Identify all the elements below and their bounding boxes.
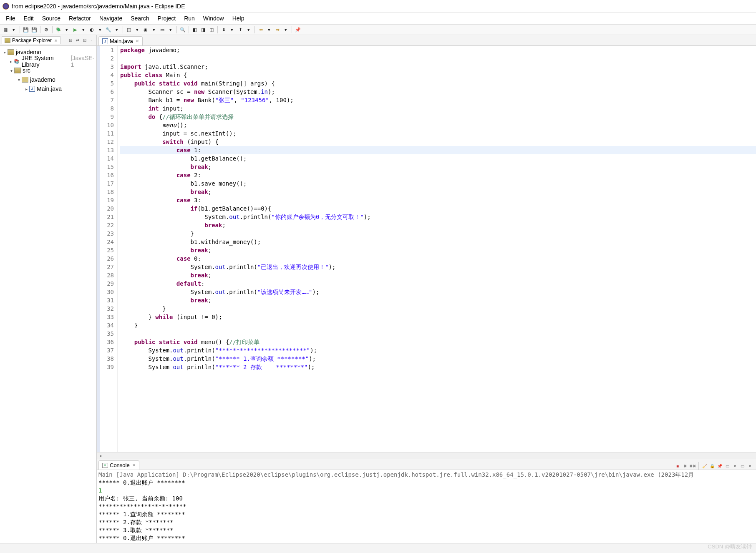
code-line[interactable]: b1.getBalance();	[120, 154, 756, 163]
code-line[interactable]	[120, 329, 756, 338]
coverage-icon[interactable]: ◐	[88, 26, 96, 33]
code-line[interactable]: public class Main {	[120, 71, 756, 79]
package-explorer-tab[interactable]: Package Explorer ✕	[2, 36, 60, 44]
code-line[interactable]: break;	[120, 296, 756, 304]
dropdown-icon[interactable]: ▾	[96, 26, 104, 33]
code-line[interactable]: Scanner sc = new Scanner(System.in);	[120, 88, 756, 96]
open-console-icon[interactable]: ▭	[739, 463, 745, 469]
code-line[interactable]: }	[120, 229, 756, 238]
code-line[interactable]: switch (input) {	[120, 138, 756, 146]
menu-search[interactable]: Search	[126, 13, 153, 23]
search-icon[interactable]: 🔍	[179, 26, 186, 33]
code-line[interactable]: case 3:	[120, 196, 756, 204]
code-line[interactable]: public static void main(String[] args) {	[120, 79, 756, 88]
focus-icon[interactable]: ⊡	[82, 38, 88, 43]
code-line[interactable]: default:	[120, 279, 756, 288]
code-line[interactable]: Bank b1 = new Bank("张三", "123456", 100);	[120, 96, 756, 104]
project-tree[interactable]: ▾ javademo ▸ 📚 JRE System Library [JavaS…	[0, 46, 96, 543]
console-tab[interactable]: ≡ Console ✕	[98, 460, 139, 470]
code-line[interactable]	[120, 54, 756, 63]
code-line[interactable]: int input;	[120, 104, 756, 113]
code-line[interactable]: menu();	[120, 121, 756, 129]
back-icon[interactable]: ⬅	[257, 26, 265, 33]
code-line[interactable]: package javademo;	[120, 46, 756, 54]
dropdown-icon[interactable]: ▾	[80, 26, 87, 33]
terminate-icon[interactable]: ■	[675, 463, 680, 469]
collapse-icon[interactable]: ⊟	[68, 38, 73, 43]
close-icon[interactable]: ✕	[136, 39, 139, 43]
expand-icon[interactable]: ▾	[2, 50, 8, 55]
code-line[interactable]: break;	[120, 163, 756, 171]
expand-icon[interactable]: ▾	[16, 78, 22, 82]
menu-navigate[interactable]: Navigate	[95, 13, 126, 23]
new-package-icon[interactable]: ◫	[125, 26, 133, 33]
pin-icon[interactable]: 📌	[294, 26, 302, 33]
code-line[interactable]: System.out.println("********************…	[120, 346, 756, 354]
code-line[interactable]: input = sc.nextInt();	[120, 129, 756, 138]
new-class-icon[interactable]: ◉	[142, 26, 149, 33]
dropdown-icon[interactable]: ▾	[228, 26, 236, 33]
next-annotation-icon[interactable]: ⬇	[220, 26, 227, 33]
dropdown-icon[interactable]: ▾	[10, 26, 18, 33]
close-icon[interactable]: ✕	[54, 38, 58, 43]
ext-tools-icon[interactable]: 🔧	[105, 26, 112, 33]
menu-source[interactable]: Source	[38, 13, 65, 23]
code-line[interactable]: if(b1.getBalance()==0){	[120, 204, 756, 213]
code-line[interactable]: } while (input != 0);	[120, 313, 756, 321]
code-line[interactable]: case 1:	[120, 146, 756, 154]
console-output[interactable]: Main [Java Application] D:\Program\Eclip…	[97, 470, 756, 543]
code-line[interactable]: }	[120, 321, 756, 329]
prev-annotation-icon[interactable]: ⬆	[237, 26, 244, 33]
close-icon[interactable]: ✕	[132, 463, 136, 468]
tree-file[interactable]: ▸ J Main.java	[1, 84, 96, 93]
dropdown-icon[interactable]: ▾	[265, 26, 273, 33]
code-line[interactable]: import java.util.Scanner;	[120, 63, 756, 71]
display-console-icon[interactable]: ▭	[724, 463, 730, 469]
tree-library[interactable]: ▸ 📚 JRE System Library [JavaSE-1	[1, 57, 96, 66]
new-folder-icon[interactable]: ▭	[159, 26, 166, 33]
code-line[interactable]: break;	[120, 271, 756, 279]
pin-console-icon[interactable]: 📌	[717, 463, 723, 469]
tool-icon[interactable]: ⚙	[43, 26, 50, 33]
dropdown-icon[interactable]: ▾	[113, 26, 121, 33]
code-line[interactable]: System.out.println("****** 1.查询余额 ******…	[120, 354, 756, 363]
code-line[interactable]: break;	[120, 221, 756, 229]
dropdown-icon[interactable]: ▾	[245, 26, 252, 33]
code-line[interactable]: System out println("****** 2 存款 ********…	[120, 363, 756, 371]
code-line[interactable]: case 2:	[120, 171, 756, 179]
folding-bar[interactable]	[97, 46, 100, 452]
code-line[interactable]: }	[120, 304, 756, 313]
remove-launch-icon[interactable]: ✖	[682, 463, 688, 469]
dropdown-icon[interactable]: ▾	[150, 26, 158, 33]
code-line[interactable]: break;	[120, 188, 756, 196]
debug-icon[interactable]: 🪲	[55, 26, 62, 33]
code-line[interactable]: do {//循环弹出菜单并请求选择	[120, 113, 756, 121]
code-line[interactable]: System.out.println("已退出，欢迎再次使用！");	[120, 263, 756, 271]
save-all-icon[interactable]: 💾	[30, 26, 38, 33]
dropdown-icon[interactable]: ▾	[747, 463, 753, 469]
code-line[interactable]: public static void menu() {//打印菜单	[120, 338, 756, 346]
menu-help[interactable]: Help	[228, 13, 249, 23]
new-icon[interactable]: ▦	[2, 26, 9, 33]
dropdown-icon[interactable]: ▾	[63, 26, 71, 33]
expand-icon[interactable]: ▸	[8, 59, 14, 64]
editor-tab-main[interactable]: J Main.java ✕	[98, 36, 143, 45]
menu-edit[interactable]: Edit	[20, 13, 38, 23]
save-icon[interactable]: 💾	[22, 26, 30, 33]
menu-file[interactable]: File	[2, 13, 20, 23]
link-icon[interactable]: ⇄	[75, 38, 81, 43]
expand-icon[interactable]: ▸	[23, 87, 29, 91]
code-line[interactable]: break;	[120, 246, 756, 254]
code-line[interactable]: b1.withdraw_money();	[120, 238, 756, 246]
scroll-track[interactable]	[103, 453, 756, 458]
menu-window[interactable]: Window	[199, 13, 228, 23]
remove-all-icon[interactable]: ✖✖	[690, 463, 696, 469]
menu-project[interactable]: Project	[154, 13, 180, 23]
run-icon[interactable]: ▶	[71, 26, 79, 33]
code-line[interactable]: System.out.println("该选项尚未开发……");	[120, 288, 756, 296]
tree-package[interactable]: ▾ javademo	[1, 75, 96, 84]
expand-icon[interactable]: ▾	[8, 68, 14, 73]
menu-refactor[interactable]: Refactor	[65, 13, 95, 23]
code-editor[interactable]: 1234567891011121314151617181920212223242…	[97, 46, 756, 452]
menu-run[interactable]: Run	[180, 13, 199, 23]
